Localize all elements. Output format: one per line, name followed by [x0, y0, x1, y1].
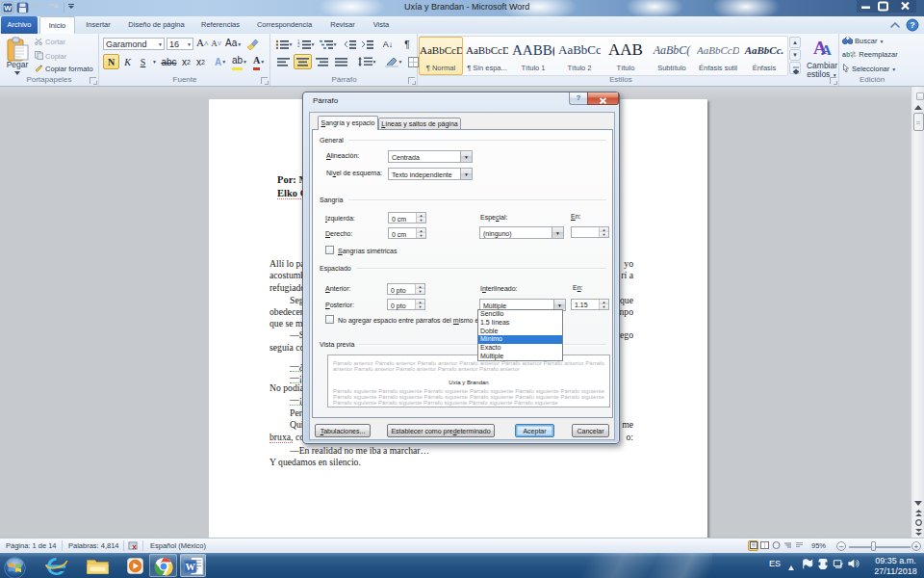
svg-text:W: W — [185, 562, 195, 572]
svg-text:2: 2 — [297, 43, 300, 48]
svg-text:?: ? — [910, 20, 915, 30]
svg-text:W: W — [4, 4, 12, 13]
svg-text:A: A — [821, 42, 832, 58]
